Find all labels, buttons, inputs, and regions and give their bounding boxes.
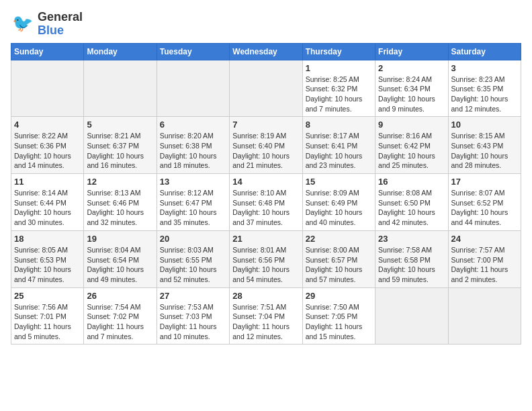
day-number: 18 — [14, 234, 81, 244]
day-info: Sunrise: 8:12 AMSunset: 6:47 PMDaylight:… — [160, 188, 226, 228]
day-number: 17 — [451, 177, 518, 187]
calendar-week-2: 4Sunrise: 8:22 AMSunset: 6:36 PMDaylight… — [11, 117, 521, 174]
day-number: 2 — [378, 63, 445, 73]
day-info: Sunrise: 8:10 AMSunset: 6:48 PMDaylight:… — [232, 188, 299, 228]
calendar-cell: 18Sunrise: 8:05 AMSunset: 6:53 PMDayligh… — [11, 230, 84, 287]
day-info: Sunrise: 8:21 AMSunset: 6:37 PMDaylight:… — [87, 131, 153, 171]
calendar-cell: 15Sunrise: 8:09 AMSunset: 6:49 PMDayligh… — [302, 174, 375, 231]
day-number: 12 — [87, 177, 153, 187]
day-number: 1 — [306, 63, 372, 73]
calendar-cell: 26Sunrise: 7:54 AMSunset: 7:02 PMDayligh… — [84, 287, 157, 345]
day-number: 9 — [378, 120, 445, 130]
day-info: Sunrise: 8:20 AMSunset: 6:38 PMDaylight:… — [160, 131, 226, 171]
day-info: Sunrise: 8:22 AMSunset: 6:36 PMDaylight:… — [14, 131, 81, 171]
day-number: 5 — [87, 120, 153, 130]
calendar-cell: 6Sunrise: 8:20 AMSunset: 6:38 PMDaylight… — [157, 117, 229, 174]
logo-icon: 🐦 — [11, 12, 35, 36]
day-number: 24 — [451, 234, 518, 244]
calendar-cell: 13Sunrise: 8:12 AMSunset: 6:47 PMDayligh… — [157, 174, 229, 231]
calendar-header-saturday: Saturday — [448, 43, 521, 60]
calendar-header-thursday: Thursday — [302, 43, 375, 60]
calendar-cell: 5Sunrise: 8:21 AMSunset: 6:37 PMDaylight… — [84, 117, 157, 174]
day-number: 23 — [378, 234, 445, 244]
svg-text:🐦: 🐦 — [12, 13, 34, 34]
day-number: 19 — [87, 234, 153, 244]
day-number: 28 — [232, 291, 299, 301]
calendar-cell: 4Sunrise: 8:22 AMSunset: 6:36 PMDaylight… — [11, 117, 84, 174]
calendar-cell: 21Sunrise: 8:01 AMSunset: 6:56 PMDayligh… — [230, 230, 302, 287]
day-number: 22 — [306, 234, 372, 244]
day-info: Sunrise: 7:58 AMSunset: 6:58 PMDaylight:… — [378, 245, 445, 285]
day-info: Sunrise: 8:08 AMSunset: 6:50 PMDaylight:… — [378, 188, 445, 228]
day-info: Sunrise: 8:09 AMSunset: 6:49 PMDaylight:… — [306, 188, 372, 228]
calendar-header-monday: Monday — [84, 43, 157, 60]
calendar-cell: 10Sunrise: 8:15 AMSunset: 6:43 PMDayligh… — [448, 117, 521, 174]
calendar-week-4: 18Sunrise: 8:05 AMSunset: 6:53 PMDayligh… — [11, 230, 521, 287]
calendar-week-1: 1Sunrise: 8:25 AMSunset: 6:32 PMDaylight… — [11, 60, 521, 117]
calendar-cell: 23Sunrise: 7:58 AMSunset: 6:58 PMDayligh… — [375, 230, 448, 287]
day-info: Sunrise: 8:23 AMSunset: 6:35 PMDaylight:… — [451, 75, 518, 114]
calendar-header-tuesday: Tuesday — [157, 43, 229, 60]
logo: 🐦 General Blue — [11, 11, 83, 38]
day-number: 16 — [378, 177, 445, 187]
logo-general: General — [38, 10, 83, 24]
day-info: Sunrise: 8:25 AMSunset: 6:32 PMDaylight:… — [306, 75, 372, 114]
day-info: Sunrise: 8:14 AMSunset: 6:44 PMDaylight:… — [14, 188, 81, 228]
day-info: Sunrise: 7:57 AMSunset: 7:00 PMDaylight:… — [451, 245, 518, 285]
day-number: 29 — [306, 291, 372, 301]
day-info: Sunrise: 8:01 AMSunset: 6:56 PMDaylight:… — [232, 245, 299, 285]
calendar-cell — [230, 60, 302, 117]
day-number: 25 — [14, 291, 81, 301]
calendar-cell: 2Sunrise: 8:24 AMSunset: 6:34 PMDaylight… — [375, 60, 448, 117]
calendar-cell: 28Sunrise: 7:51 AMSunset: 7:04 PMDayligh… — [230, 287, 302, 345]
calendar-week-3: 11Sunrise: 8:14 AMSunset: 6:44 PMDayligh… — [11, 174, 521, 231]
day-number: 7 — [232, 120, 299, 130]
calendar-cell: 29Sunrise: 7:50 AMSunset: 7:05 PMDayligh… — [302, 287, 375, 345]
calendar-cell: 1Sunrise: 8:25 AMSunset: 6:32 PMDaylight… — [302, 60, 375, 117]
day-info: Sunrise: 8:17 AMSunset: 6:41 PMDaylight:… — [306, 131, 372, 171]
calendar-table: SundayMondayTuesdayWednesdayThursdayFrid… — [11, 43, 521, 345]
calendar-cell — [84, 60, 157, 117]
day-info: Sunrise: 7:54 AMSunset: 7:02 PMDaylight:… — [87, 302, 153, 342]
day-number: 27 — [160, 291, 226, 301]
logo-text: General Blue — [38, 11, 83, 38]
day-number: 10 — [451, 120, 518, 130]
day-number: 13 — [160, 177, 226, 187]
calendar-header-wednesday: Wednesday — [230, 43, 302, 60]
calendar-cell: 22Sunrise: 8:00 AMSunset: 6:57 PMDayligh… — [302, 230, 375, 287]
calendar-cell — [157, 60, 229, 117]
day-info: Sunrise: 7:51 AMSunset: 7:04 PMDaylight:… — [232, 302, 299, 342]
calendar-cell: 25Sunrise: 7:56 AMSunset: 7:01 PMDayligh… — [11, 287, 84, 345]
day-info: Sunrise: 8:03 AMSunset: 6:55 PMDaylight:… — [160, 245, 226, 285]
day-info: Sunrise: 8:16 AMSunset: 6:42 PMDaylight:… — [378, 131, 445, 171]
day-number: 11 — [14, 177, 81, 187]
day-number: 3 — [451, 63, 518, 73]
calendar-cell: 11Sunrise: 8:14 AMSunset: 6:44 PMDayligh… — [11, 174, 84, 231]
day-info: Sunrise: 8:00 AMSunset: 6:57 PMDaylight:… — [306, 245, 372, 285]
calendar-cell: 19Sunrise: 8:04 AMSunset: 6:54 PMDayligh… — [84, 230, 157, 287]
calendar-cell: 8Sunrise: 8:17 AMSunset: 6:41 PMDaylight… — [302, 117, 375, 174]
logo-blue: Blue — [38, 24, 64, 37]
day-info: Sunrise: 8:04 AMSunset: 6:54 PMDaylight:… — [87, 245, 153, 285]
calendar-cell — [11, 60, 84, 117]
day-number: 21 — [232, 234, 299, 244]
calendar-cell: 17Sunrise: 8:07 AMSunset: 6:52 PMDayligh… — [448, 174, 521, 231]
calendar-week-5: 25Sunrise: 7:56 AMSunset: 7:01 PMDayligh… — [11, 287, 521, 345]
day-info: Sunrise: 8:07 AMSunset: 6:52 PMDaylight:… — [451, 188, 518, 228]
day-number: 26 — [87, 291, 153, 301]
calendar-cell — [448, 287, 521, 345]
calendar-cell: 20Sunrise: 8:03 AMSunset: 6:55 PMDayligh… — [157, 230, 229, 287]
calendar-header-friday: Friday — [375, 43, 448, 60]
day-info: Sunrise: 7:56 AMSunset: 7:01 PMDaylight:… — [14, 302, 81, 342]
day-number: 14 — [232, 177, 299, 187]
day-number: 15 — [306, 177, 372, 187]
day-info: Sunrise: 8:05 AMSunset: 6:53 PMDaylight:… — [14, 245, 81, 285]
calendar-cell: 3Sunrise: 8:23 AMSunset: 6:35 PMDaylight… — [448, 60, 521, 117]
day-info: Sunrise: 8:24 AMSunset: 6:34 PMDaylight:… — [378, 75, 445, 114]
day-info: Sunrise: 8:13 AMSunset: 6:46 PMDaylight:… — [87, 188, 153, 228]
day-number: 20 — [160, 234, 226, 244]
calendar-cell: 14Sunrise: 8:10 AMSunset: 6:48 PMDayligh… — [230, 174, 302, 231]
day-number: 4 — [14, 120, 81, 130]
day-info: Sunrise: 8:19 AMSunset: 6:40 PMDaylight:… — [232, 131, 299, 171]
calendar-cell — [375, 287, 448, 345]
